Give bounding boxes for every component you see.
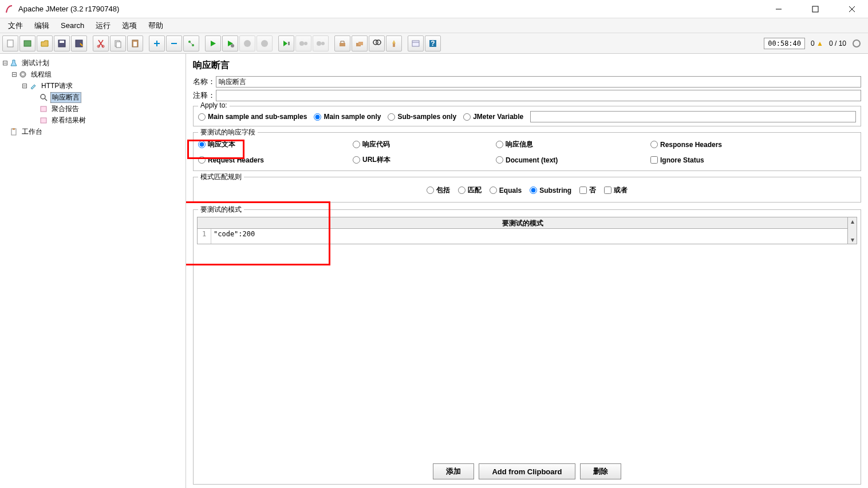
- field-response-message[interactable]: 响应信息: [496, 140, 650, 149]
- menu-help[interactable]: 帮助: [144, 19, 168, 32]
- match-rules-legend: 模式匹配规则: [198, 172, 244, 182]
- svg-rect-34: [393, 43, 395, 47]
- menu-edit[interactable]: 编辑: [30, 19, 54, 32]
- start-no-timers-button[interactable]: [222, 35, 238, 51]
- thread-count: 0 / 10: [829, 39, 846, 47]
- tree-panel: ⊟ 测试计划 ⊟ 线程组 ⊟ HTTP请求 响应断言 聚合报告 察看结果树: [0, 54, 186, 488]
- response-field-legend: 要测试的响应字段: [198, 128, 258, 137]
- cut-button[interactable]: [93, 35, 109, 51]
- field-url[interactable]: URL样本: [353, 155, 496, 165]
- help-button[interactable]: ?: [425, 35, 441, 51]
- clear-all-button[interactable]: [352, 35, 368, 51]
- match-or[interactable]: 或者: [604, 185, 628, 195]
- pattern-row[interactable]: 1 "code":200: [198, 229, 847, 244]
- toggle-button[interactable]: [183, 35, 199, 51]
- close-button[interactable]: [841, 2, 863, 16]
- collapse-button[interactable]: [166, 35, 182, 51]
- titlebar: Apache JMeter (3.2 r1790748): [0, 0, 868, 18]
- tree-testplan[interactable]: ⊟ 测试计划: [1, 57, 184, 69]
- paste-button[interactable]: [127, 35, 143, 51]
- tree-threadgroup[interactable]: ⊟ 线程组: [1, 69, 184, 80]
- toolbar: ? 00:58:40 0 ▲ 0 / 10: [0, 33, 868, 54]
- pattern-row-value[interactable]: "code":200: [211, 229, 847, 244]
- search-reset-button[interactable]: [386, 35, 402, 51]
- tree-viewtree[interactable]: 察看结果树: [1, 114, 184, 126]
- shutdown-button[interactable]: [257, 35, 273, 51]
- clipboard-icon: [9, 127, 18, 136]
- match-matches[interactable]: 匹配: [458, 185, 482, 195]
- svg-rect-35: [412, 41, 419, 46]
- tree-assertion[interactable]: 响应断言: [1, 92, 184, 103]
- jmeter-variable-input[interactable]: [530, 111, 856, 122]
- svg-rect-14: [133, 42, 137, 46]
- match-equals[interactable]: Equals: [490, 187, 522, 195]
- remote-shutdown-button[interactable]: [313, 35, 329, 51]
- tree-workbench[interactable]: 工作台: [1, 126, 184, 137]
- field-document[interactable]: Document (text): [496, 155, 650, 165]
- function-helper-button[interactable]: [408, 35, 424, 51]
- delete-button[interactable]: 删除: [580, 463, 621, 479]
- svg-point-21: [231, 44, 234, 47]
- patterns-scrollbar[interactable]: ▴▾: [847, 217, 857, 244]
- field-response-headers[interactable]: Response Headers: [650, 140, 856, 149]
- name-input[interactable]: [216, 76, 861, 88]
- open-button[interactable]: [37, 35, 53, 51]
- copy-button[interactable]: [110, 35, 126, 51]
- report-icon: [39, 104, 48, 113]
- apply-main-sub[interactable]: Main sample and sub-samples: [198, 113, 307, 121]
- app-icon: [5, 5, 14, 14]
- match-contains[interactable]: 包括: [427, 185, 450, 195]
- comment-input[interactable]: [216, 90, 861, 101]
- start-button[interactable]: [205, 35, 221, 51]
- patterns-legend: 要测试的模式: [198, 205, 244, 215]
- svg-rect-24: [288, 42, 290, 45]
- svg-rect-45: [41, 118, 46, 123]
- menu-options[interactable]: 选项: [117, 19, 141, 32]
- remote-stop-button[interactable]: [295, 35, 311, 51]
- elapsed-time: 00:58:40: [764, 38, 805, 49]
- svg-point-25: [299, 41, 304, 46]
- apply-to-legend: Apply to:: [198, 101, 230, 109]
- expand-button[interactable]: [149, 35, 165, 51]
- comment-label: 注释：: [193, 90, 216, 101]
- patterns-column-header: 要测试的模式: [198, 217, 847, 229]
- remote-start-button[interactable]: [278, 35, 294, 51]
- menu-file[interactable]: 文件: [3, 19, 27, 32]
- beaker-icon: [9, 58, 18, 68]
- add-from-clipboard-button[interactable]: Add from Clipboard: [479, 463, 575, 479]
- match-substring[interactable]: Substring: [530, 187, 571, 195]
- menubar: 文件 编辑 Search 运行 选项 帮助: [0, 18, 868, 33]
- clear-button[interactable]: [334, 35, 350, 51]
- match-not[interactable]: 否: [579, 185, 596, 195]
- field-request-headers[interactable]: Request Headers: [198, 155, 353, 165]
- svg-rect-4: [7, 40, 13, 47]
- tree-http[interactable]: ⊟ HTTP请求: [1, 80, 184, 92]
- stop-button[interactable]: [239, 35, 255, 51]
- maximize-button[interactable]: [804, 2, 827, 16]
- menu-search[interactable]: Search: [56, 20, 89, 31]
- apply-sub-only[interactable]: Sub-samples only: [388, 113, 456, 121]
- response-field-group: 要测试的响应字段 响应文本 响应代码 响应信息 Response Headers…: [193, 132, 861, 171]
- new-button[interactable]: [2, 35, 18, 51]
- field-response-code[interactable]: 响应代码: [353, 140, 496, 149]
- svg-point-33: [376, 40, 381, 45]
- add-button[interactable]: 添加: [433, 463, 474, 479]
- svg-point-39: [853, 40, 860, 47]
- minimize-button[interactable]: [767, 2, 790, 16]
- svg-point-28: [321, 42, 325, 45]
- save-button[interactable]: [54, 35, 70, 51]
- svg-rect-44: [41, 106, 46, 112]
- svg-rect-7: [60, 41, 64, 43]
- save-as-button[interactable]: [71, 35, 87, 51]
- tree-aggregate[interactable]: 聚合报告: [1, 103, 184, 114]
- svg-rect-8: [76, 40, 82, 47]
- window-title: Apache JMeter (3.2 r1790748): [18, 5, 767, 13]
- templates-button[interactable]: [19, 35, 35, 51]
- search-button[interactable]: [369, 35, 385, 51]
- menu-run[interactable]: 运行: [91, 19, 115, 32]
- apply-main-only[interactable]: Main sample only: [314, 113, 381, 121]
- field-ignore-status[interactable]: Ignore Status: [650, 155, 856, 165]
- field-response-text[interactable]: 响应文本: [198, 140, 353, 149]
- apply-jmeter-var[interactable]: JMeter Variable: [463, 113, 523, 121]
- svg-rect-5: [24, 41, 31, 46]
